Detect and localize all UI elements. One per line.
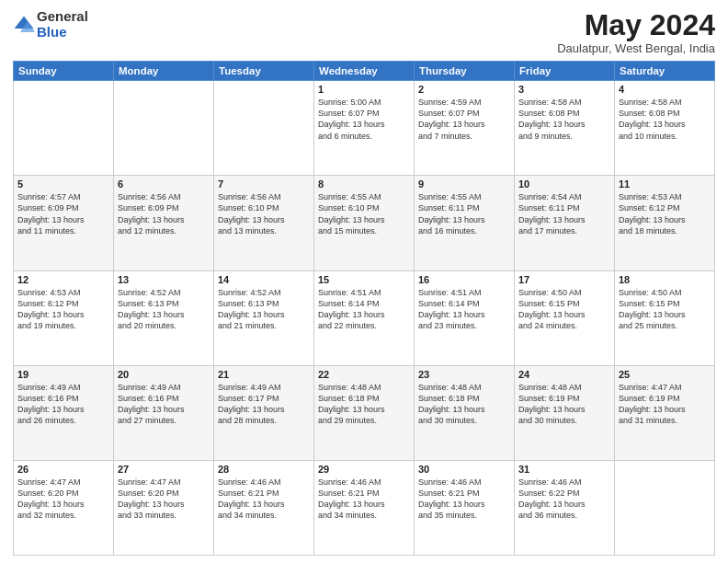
day-number: 11 <box>619 178 711 190</box>
day-info: Sunrise: 4:58 AM Sunset: 6:08 PM Dayligh… <box>518 97 610 142</box>
week-row-3: 12Sunrise: 4:53 AM Sunset: 6:12 PM Dayli… <box>14 270 715 365</box>
day-info: Sunrise: 4:46 AM Sunset: 6:21 PM Dayligh… <box>418 477 510 522</box>
weekday-header-saturday: Saturday <box>615 62 715 81</box>
day-cell: 29Sunrise: 4:46 AM Sunset: 6:21 PM Dayli… <box>314 460 415 555</box>
day-info: Sunrise: 4:49 AM Sunset: 6:16 PM Dayligh… <box>118 382 210 427</box>
calendar-table: SundayMondayTuesdayWednesdayThursdayFrid… <box>13 61 715 556</box>
day-number: 9 <box>418 178 510 190</box>
day-info: Sunrise: 4:53 AM Sunset: 6:12 PM Dayligh… <box>619 191 711 236</box>
page: General Blue May 2024 Daulatpur, West Be… <box>0 0 728 563</box>
day-cell: 8Sunrise: 4:55 AM Sunset: 6:10 PM Daylig… <box>314 176 415 270</box>
logo-blue: Blue <box>37 24 67 40</box>
day-number: 17 <box>518 274 610 285</box>
weekday-header-friday: Friday <box>515 62 615 81</box>
day-cell: 15Sunrise: 4:51 AM Sunset: 6:14 PM Dayli… <box>314 270 415 365</box>
day-cell: 19Sunrise: 4:49 AM Sunset: 6:16 PM Dayli… <box>14 365 114 460</box>
day-number: 31 <box>518 464 610 475</box>
day-number: 4 <box>619 84 711 95</box>
day-number: 20 <box>118 369 210 380</box>
day-cell: 25Sunrise: 4:47 AM Sunset: 6:19 PM Dayli… <box>615 365 715 460</box>
day-cell: 7Sunrise: 4:56 AM Sunset: 6:10 PM Daylig… <box>214 176 314 270</box>
day-info: Sunrise: 4:47 AM Sunset: 6:19 PM Dayligh… <box>619 382 711 427</box>
day-info: Sunrise: 4:48 AM Sunset: 6:18 PM Dayligh… <box>418 382 510 427</box>
day-cell <box>214 81 314 176</box>
logo-general: General <box>37 8 88 24</box>
day-number: 21 <box>218 369 310 380</box>
day-cell <box>615 460 715 555</box>
day-info: Sunrise: 4:54 AM Sunset: 6:11 PM Dayligh… <box>518 191 610 236</box>
day-cell: 5Sunrise: 4:57 AM Sunset: 6:09 PM Daylig… <box>14 176 114 270</box>
weekday-header-row: SundayMondayTuesdayWednesdayThursdayFrid… <box>14 62 715 81</box>
day-info: Sunrise: 4:46 AM Sunset: 6:22 PM Dayligh… <box>518 477 610 522</box>
day-number: 5 <box>17 178 109 190</box>
day-info: Sunrise: 4:55 AM Sunset: 6:11 PM Dayligh… <box>418 191 510 236</box>
day-cell: 30Sunrise: 4:46 AM Sunset: 6:21 PM Dayli… <box>415 460 515 555</box>
day-info: Sunrise: 4:52 AM Sunset: 6:13 PM Dayligh… <box>118 287 210 332</box>
day-info: Sunrise: 4:53 AM Sunset: 6:12 PM Dayligh… <box>17 287 109 332</box>
day-info: Sunrise: 4:50 AM Sunset: 6:15 PM Dayligh… <box>518 287 610 332</box>
day-number: 7 <box>218 178 310 190</box>
day-number: 27 <box>118 464 210 475</box>
day-cell: 14Sunrise: 4:52 AM Sunset: 6:13 PM Dayli… <box>214 270 314 365</box>
day-cell: 26Sunrise: 4:47 AM Sunset: 6:20 PM Dayli… <box>14 460 114 555</box>
day-cell: 20Sunrise: 4:49 AM Sunset: 6:16 PM Dayli… <box>114 365 214 460</box>
day-number: 22 <box>318 369 410 380</box>
logo-text: General Blue <box>37 9 88 40</box>
day-info: Sunrise: 4:59 AM Sunset: 6:07 PM Dayligh… <box>418 97 510 142</box>
day-info: Sunrise: 4:51 AM Sunset: 6:14 PM Dayligh… <box>318 287 410 332</box>
day-cell: 23Sunrise: 4:48 AM Sunset: 6:18 PM Dayli… <box>415 365 515 460</box>
day-cell: 12Sunrise: 4:53 AM Sunset: 6:12 PM Dayli… <box>14 270 114 365</box>
weekday-header-tuesday: Tuesday <box>214 62 314 81</box>
day-number: 15 <box>318 274 410 285</box>
day-number: 30 <box>418 464 510 475</box>
day-info: Sunrise: 4:49 AM Sunset: 6:17 PM Dayligh… <box>218 382 310 427</box>
day-number: 28 <box>218 464 310 475</box>
day-cell: 22Sunrise: 4:48 AM Sunset: 6:18 PM Dayli… <box>314 365 415 460</box>
day-cell: 9Sunrise: 4:55 AM Sunset: 6:11 PM Daylig… <box>415 176 515 270</box>
day-number: 8 <box>318 178 410 190</box>
day-cell: 18Sunrise: 4:50 AM Sunset: 6:15 PM Dayli… <box>615 270 715 365</box>
day-number: 1 <box>318 84 410 95</box>
day-number: 16 <box>418 274 510 285</box>
day-info: Sunrise: 4:58 AM Sunset: 6:08 PM Dayligh… <box>619 97 711 142</box>
day-info: Sunrise: 4:46 AM Sunset: 6:21 PM Dayligh… <box>218 477 310 522</box>
day-number: 12 <box>17 274 109 285</box>
day-number: 26 <box>17 464 109 475</box>
day-info: Sunrise: 4:56 AM Sunset: 6:10 PM Dayligh… <box>218 191 310 236</box>
location: Daulatpur, West Bengal, India <box>557 41 715 55</box>
weekday-header-thursday: Thursday <box>415 62 515 81</box>
day-number: 24 <box>518 369 610 380</box>
day-number: 13 <box>118 274 210 285</box>
day-cell <box>14 81 114 176</box>
day-info: Sunrise: 4:56 AM Sunset: 6:09 PM Dayligh… <box>118 191 210 236</box>
day-cell: 16Sunrise: 4:51 AM Sunset: 6:14 PM Dayli… <box>415 270 515 365</box>
day-number: 23 <box>418 369 510 380</box>
day-cell: 28Sunrise: 4:46 AM Sunset: 6:21 PM Dayli… <box>214 460 314 555</box>
day-cell: 6Sunrise: 4:56 AM Sunset: 6:09 PM Daylig… <box>114 176 214 270</box>
day-info: Sunrise: 4:46 AM Sunset: 6:21 PM Dayligh… <box>318 477 410 522</box>
day-number: 29 <box>318 464 410 475</box>
day-cell: 1Sunrise: 5:00 AM Sunset: 6:07 PM Daylig… <box>314 81 415 176</box>
day-number: 25 <box>619 369 711 380</box>
day-number: 6 <box>118 178 210 190</box>
weekday-header-wednesday: Wednesday <box>314 62 415 81</box>
day-number: 18 <box>619 274 711 285</box>
day-info: Sunrise: 4:50 AM Sunset: 6:15 PM Dayligh… <box>619 287 711 332</box>
week-row-2: 5Sunrise: 4:57 AM Sunset: 6:09 PM Daylig… <box>14 176 715 270</box>
day-cell: 2Sunrise: 4:59 AM Sunset: 6:07 PM Daylig… <box>415 81 515 176</box>
day-info: Sunrise: 4:57 AM Sunset: 6:09 PM Dayligh… <box>17 191 109 236</box>
title-block: May 2024 Daulatpur, West Bengal, India <box>557 9 715 55</box>
day-cell: 3Sunrise: 4:58 AM Sunset: 6:08 PM Daylig… <box>515 81 615 176</box>
day-info: Sunrise: 4:48 AM Sunset: 6:19 PM Dayligh… <box>518 382 610 427</box>
day-cell <box>114 81 214 176</box>
day-cell: 11Sunrise: 4:53 AM Sunset: 6:12 PM Dayli… <box>615 176 715 270</box>
day-info: Sunrise: 4:47 AM Sunset: 6:20 PM Dayligh… <box>17 477 109 522</box>
day-cell: 21Sunrise: 4:49 AM Sunset: 6:17 PM Dayli… <box>214 365 314 460</box>
month-title: May 2024 <box>557 9 715 41</box>
day-cell: 10Sunrise: 4:54 AM Sunset: 6:11 PM Dayli… <box>515 176 615 270</box>
day-cell: 24Sunrise: 4:48 AM Sunset: 6:19 PM Dayli… <box>515 365 615 460</box>
header: General Blue May 2024 Daulatpur, West Be… <box>13 9 715 55</box>
day-number: 3 <box>518 84 610 95</box>
day-number: 14 <box>218 274 310 285</box>
day-number: 19 <box>17 369 109 380</box>
